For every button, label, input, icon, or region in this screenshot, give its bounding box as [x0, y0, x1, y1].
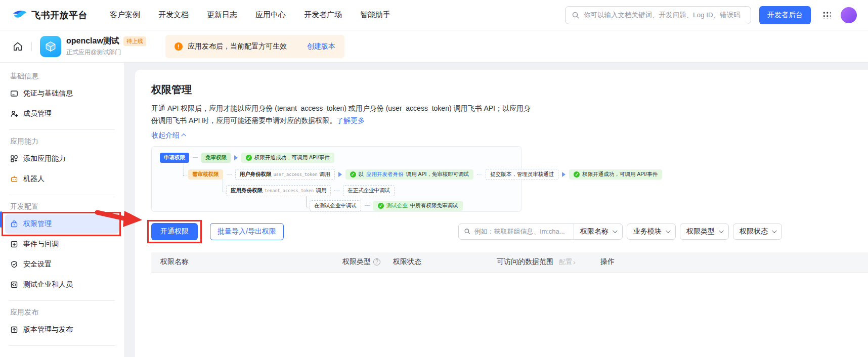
id-card-icon [10, 90, 18, 98]
filter-permission-name[interactable]: 权限名称 [574, 224, 622, 239]
app-avatar [40, 36, 61, 57]
nav-item-customer-cases[interactable]: 客户案例 [110, 10, 140, 20]
user-token: user_access_token [274, 172, 318, 177]
sidebar-item-add-capability[interactable]: 添加应用能力 [5, 149, 119, 168]
developer-console-button[interactable]: 开发者后台 [759, 6, 811, 24]
sidebar-item-events[interactable]: 事件与回调 [5, 235, 119, 254]
sidebar-item-members[interactable]: 成员管理 [5, 104, 119, 123]
chevron-down-icon [666, 228, 671, 233]
chevron-up-icon [181, 133, 186, 139]
sidebar-section-release: 应用发布 [10, 308, 124, 317]
test-pill-highlight: 测试企业 [386, 202, 408, 209]
column-permission-status: 权限状态 [393, 257, 497, 266]
nav-item-app-center[interactable]: 应用中心 [255, 10, 286, 20]
shield-check-icon [10, 260, 18, 269]
sidebar-item-label: 凭证与基础信息 [23, 89, 73, 98]
batch-import-export-button[interactable]: 批量导入/导出权限 [210, 223, 284, 240]
column-permission-name: 权限名称 [160, 257, 342, 266]
sidebar-item-test-enterprise[interactable]: 测试企业和人员 [5, 275, 119, 294]
sidebar-section-dev-config: 开发配置 [10, 202, 124, 211]
sidebar-section-basic-info: 基础信息 [10, 72, 124, 81]
version-publish-icon [10, 326, 18, 334]
review-result-pill: ✓ 权限开通成功，可调用 API/事件 [569, 169, 662, 180]
nav-item-ai-assistant[interactable]: 智能助手 [360, 10, 390, 20]
nav-item-changelog[interactable]: 更新日志 [207, 10, 237, 20]
dev-debug-pill: ✓ 以应用开发者身份调用 API，免审核即可调试 [345, 169, 474, 180]
app-header-bar: openclaw测试 待上线 正式应用@测试部门 ! 应用发布后，当前配置方可生… [0, 30, 868, 63]
column-data-scope: 可访问的数据范围 配置› [497, 257, 600, 266]
sidebar: 基础信息 凭证与基础信息 成员管理 应用能力 添加应用能力 [0, 63, 124, 357]
sidebar-item-credentials[interactable]: 凭证与基础信息 [5, 84, 119, 103]
permission-table-header: 权限名称 权限类型 ? 权限状态 可访问的数据范围 配置› 操作 [151, 252, 868, 273]
create-version-link[interactable]: 创建版本 [307, 42, 335, 51]
doc-search-input[interactable] [584, 11, 745, 19]
arrow-right-icon [338, 172, 342, 177]
permission-search-box[interactable] [459, 224, 574, 239]
enable-permission-button[interactable]: 开通权限 [151, 223, 198, 240]
permission-search-group: 权限名称 [458, 224, 623, 240]
sidebar-divider [9, 195, 115, 195]
flow-connector [183, 175, 188, 176]
sidebar-item-permissions[interactable]: 权限管理 [5, 214, 119, 234]
actions-row: 开通权限 批量导入/导出权限 权限名称 [151, 223, 782, 240]
top-nav-menu: 客户案例 开发文档 更新日志 应用中心 开发者广场 智能助手 [110, 10, 390, 20]
tenant-identity-box: 应用身份权限 tenant_access_token 调用 [226, 185, 331, 196]
chevron-right-icon: › [573, 258, 575, 266]
test-pill-suffix: 中所有权限免审调试 [410, 202, 458, 209]
free-result-pill: ✓ 权限开通成功，可调用 API/事件 [241, 153, 334, 163]
app-name: openclaw测试 [66, 36, 119, 47]
filter-business-module[interactable]: 业务模块 [627, 224, 676, 240]
doc-search-box[interactable] [565, 6, 751, 24]
filter-permission-type[interactable]: 权限类型 [680, 224, 729, 240]
sidebar-item-label: 事件与回调 [23, 240, 59, 249]
collapse-intro-link[interactable]: 收起介绍 [151, 131, 186, 140]
page-title: 权限管理 [151, 83, 868, 97]
top-navbar: 飞书开放平台 客户案例 开发文档 更新日志 应用中心 开发者广场 智能助手 开发… [0, 0, 868, 30]
filter-label: 权限状态 [740, 227, 768, 236]
apply-permission-badge: 申请权限 [160, 153, 189, 163]
flow-connector [193, 157, 198, 158]
apps-grid-icon[interactable] [822, 11, 831, 19]
help-icon[interactable]: ? [373, 258, 380, 265]
member-add-icon [10, 110, 18, 118]
brand[interactable]: 飞书开放平台 [12, 9, 88, 21]
flow-row-free: 申请权限 免审权限 ✓ 权限开通成功，可调用 API/事件 [160, 153, 334, 163]
flow-connector [306, 207, 310, 207]
sidebar-item-label: 权限管理 [23, 219, 52, 229]
brand-name: 飞书开放平台 [31, 9, 88, 21]
dev-pill-highlight: 应用开发者身份 [366, 171, 404, 178]
free-permission-badge: 免审权限 [201, 153, 231, 163]
enable-permission-wrap: 开通权限 [151, 223, 198, 240]
cube-icon [44, 40, 57, 53]
tenant-token: tenant_access_token [265, 188, 314, 193]
sidebar-item-security[interactable]: 安全设置 [5, 255, 119, 274]
nav-item-dev-docs[interactable]: 开发文档 [158, 10, 189, 20]
free-result-text: 权限开通成功，可调用 API/事件 [254, 154, 330, 161]
chevron-down-icon [772, 228, 777, 233]
learn-more-link[interactable]: 了解更多 [336, 116, 365, 124]
sidebar-divider [9, 300, 115, 301]
scope-config-link[interactable]: 配置› [559, 257, 575, 266]
app-meta: openclaw测试 待上线 正式应用@测试部门 [66, 36, 146, 57]
nav-item-dev-plaza[interactable]: 开发者广场 [304, 10, 342, 20]
user-avatar[interactable] [841, 7, 857, 23]
check-icon: ✓ [378, 203, 384, 209]
home-icon[interactable] [12, 41, 23, 52]
tenant-call-label: 调用 [316, 187, 326, 194]
dev-pill-prefix: 以 [359, 171, 364, 178]
event-callback-icon [10, 240, 18, 248]
page-description: 开通 API 权限后，应用才能以应用身份 (tenant_access_toke… [151, 103, 531, 127]
arrow-right-icon [234, 155, 238, 160]
review-permission-badge: 需审核权限 [188, 169, 223, 180]
sidebar-scrollbar[interactable] [0, 211, 2, 228]
flow-row-review: 需审核权限 用户身份权限 user_access_token 调用 ✓ 以应用开… [188, 169, 662, 180]
sidebar-item-label: 机器人 [23, 174, 45, 184]
status-badge: 待上线 [123, 36, 146, 46]
sidebar-item-bot[interactable]: 机器人 [5, 169, 119, 189]
user-identity-box: 用户身份权限 user_access_token 调用 [235, 169, 335, 180]
sidebar-divider [9, 345, 115, 346]
permission-search-input[interactable] [474, 228, 569, 235]
filter-permission-status[interactable]: 权限状态 [733, 224, 782, 240]
search-icon [572, 11, 580, 19]
sidebar-item-version-release[interactable]: 版本管理与发布 [5, 320, 119, 339]
